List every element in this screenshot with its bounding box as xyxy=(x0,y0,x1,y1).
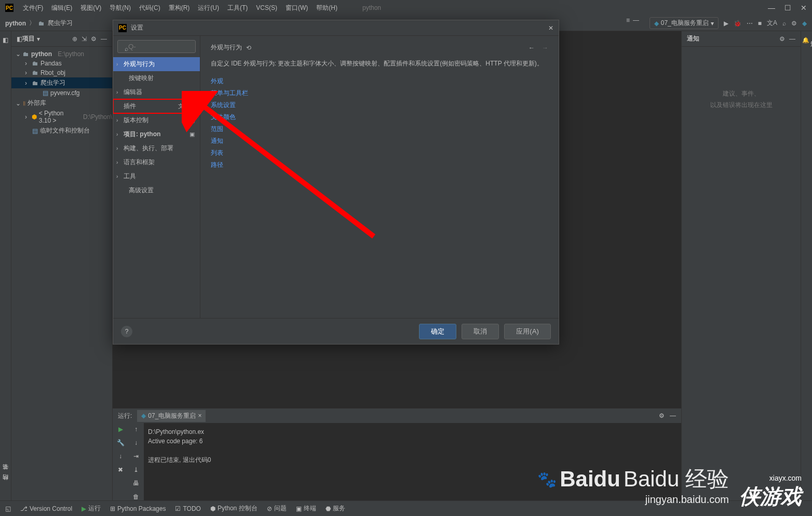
status-services[interactable]: ⬣服务 xyxy=(326,504,345,513)
wrench-icon[interactable]: 🔧 xyxy=(117,439,125,446)
up-icon[interactable]: ↑ xyxy=(134,426,138,433)
back-button[interactable]: ← xyxy=(529,44,535,51)
menu-view[interactable]: 视图(V) xyxy=(76,4,105,12)
maximize-button[interactable]: ☐ xyxy=(784,4,791,12)
stop-button[interactable]: ■ xyxy=(758,20,762,27)
down-icon[interactable]: ↓ xyxy=(134,439,138,446)
translate-icon: 文A xyxy=(178,102,187,110)
menu-vcs[interactable]: VCS(S) xyxy=(252,4,281,11)
settings-icon[interactable]: ⚙ xyxy=(791,20,797,27)
status-packages[interactable]: ⊞Python Packages xyxy=(110,505,166,512)
tree-python-interpreter[interactable]: ›⬢< Python 3.10 > D:\Python\ xyxy=(11,109,112,125)
tree-folder-rbot[interactable]: ›🖿Rbot_obj xyxy=(11,68,112,77)
notification-title: 通知 xyxy=(687,34,699,43)
reset-icon[interactable]: ⟲ xyxy=(246,44,251,51)
todo-icon: ☑ xyxy=(175,505,181,512)
python-icon: ◆ xyxy=(654,20,659,27)
locate-icon[interactable]: 文A xyxy=(767,19,777,28)
collapse-icon[interactable]: ⚙ xyxy=(91,35,97,43)
trash-icon[interactable]: 🗑 xyxy=(133,493,139,500)
status-problems[interactable]: ⊘问题 xyxy=(267,504,287,513)
help-button[interactable]: ? xyxy=(121,326,132,337)
settings-item-plugins[interactable]: 插件 文A▣ xyxy=(113,99,200,113)
settings-icon[interactable]: ⚙ xyxy=(779,35,785,43)
wrap-icon[interactable]: ⇥ xyxy=(133,453,139,460)
status-todo[interactable]: ☑TODO xyxy=(175,505,200,512)
menu-navigate[interactable]: 导航(N) xyxy=(105,4,135,12)
scroll-icon[interactable]: ⤓ xyxy=(133,466,139,473)
project-tab-icon[interactable]: ◧ xyxy=(3,36,8,44)
tool-window-icon[interactable]: ◱ xyxy=(5,505,11,512)
status-console[interactable]: ⬢Python 控制台 xyxy=(210,504,258,513)
settings-search-input[interactable] xyxy=(117,40,196,53)
settings-item-advanced[interactable]: 高级设置 xyxy=(113,183,200,197)
settings-link-list[interactable]: 列表 xyxy=(211,147,548,159)
minimize-button[interactable]: — xyxy=(768,4,775,12)
more-run-icon[interactable]: ⋯ xyxy=(747,20,753,27)
tree-root[interactable]: ⌄🖿 python E:\python xyxy=(11,49,112,59)
settings-item-appearance[interactable]: ›外观与行为 xyxy=(113,57,200,71)
settings-item-keymap[interactable]: 按键映射 xyxy=(113,71,200,85)
tree-folder-crawler[interactable]: ›🖿爬虫学习 xyxy=(11,77,112,88)
menu-window[interactable]: 窗口(W) xyxy=(281,4,312,12)
status-vcs[interactable]: ⎇Version Control xyxy=(20,505,72,512)
status-run[interactable]: ▶运行 xyxy=(82,504,101,513)
ok-button[interactable]: 确定 xyxy=(419,324,456,339)
settings-link-menus[interactable]: 菜单与工具栏 xyxy=(211,87,548,99)
stop-icon[interactable]: ↓ xyxy=(119,453,122,460)
menu-file[interactable]: 文件(F) xyxy=(19,4,47,12)
notifications-tab[interactable]: 🔔 通知 xyxy=(801,31,812,48)
settings-link-path[interactable]: 路径 xyxy=(211,159,548,171)
settings-item-languages[interactable]: ›语言和框架 xyxy=(113,155,200,169)
tab-minimize-icon[interactable]: — xyxy=(633,17,639,24)
menu-help[interactable]: 帮助(H) xyxy=(312,4,342,12)
hide-icon[interactable]: — xyxy=(789,35,795,43)
menu-run[interactable]: 运行(U) xyxy=(194,4,223,12)
breadcrumb-root[interactable]: python xyxy=(5,20,26,27)
sync-icon[interactable]: ◆ xyxy=(802,20,807,27)
run-config-selector[interactable]: ◆ 07_电脑服务重启 ▾ xyxy=(649,17,719,29)
settings-item-vcs[interactable]: ›版本控制▣ xyxy=(113,113,200,127)
tab-list-icon[interactable]: ≡ xyxy=(626,17,630,24)
dialog-title-text: 设置 xyxy=(131,23,143,32)
settings-link-system[interactable]: 系统设置 xyxy=(211,99,548,111)
settings-link-filecolors[interactable]: 文件颜色 xyxy=(211,111,548,123)
forward-button[interactable]: → xyxy=(542,44,548,51)
debug-button[interactable]: 🐞 xyxy=(734,20,741,27)
tree-scratches[interactable]: ▤临时文件和控制台 xyxy=(11,125,112,136)
tree-folder-pandas[interactable]: ›🖿Pandas xyxy=(11,59,112,68)
close-button[interactable]: ✕ xyxy=(801,4,807,12)
search-icon[interactable]: ⌕ xyxy=(782,20,786,27)
menu-code[interactable]: 代码(C) xyxy=(135,4,165,12)
breadcrumb[interactable]: python 〉 🖿 爬虫学习 xyxy=(5,19,73,28)
notification-panel: 通知 ⚙ — 建议、事件、 以及错误将出现在这里 xyxy=(681,31,801,500)
settings-link-notifications[interactable]: 通知 xyxy=(211,135,548,147)
settings-item-editor[interactable]: ›编辑器 xyxy=(113,85,200,99)
apply-button[interactable]: 应用(A) xyxy=(504,324,551,339)
print-icon[interactable]: 🖶 xyxy=(133,480,139,487)
exit-icon[interactable]: ✖ xyxy=(118,466,123,473)
run-output[interactable]: D:\Python\python.ex Active code page: 6 … xyxy=(144,423,681,500)
dialog-close-button[interactable]: ✕ xyxy=(548,24,553,32)
titlebar: PC 文件(F) 编辑(E) 视图(V) 导航(N) 代码(C) 重构(R) 运… xyxy=(0,0,812,16)
locate-icon[interactable]: ⊕ xyxy=(72,35,77,43)
settings-link-appearance[interactable]: 外观 xyxy=(211,75,548,87)
settings-item-tools[interactable]: ›工具 xyxy=(113,169,200,183)
run-button[interactable]: ▶ xyxy=(724,20,728,27)
settings-item-project[interactable]: ›项目: python▣ xyxy=(113,127,200,141)
tree-file-pyvenv[interactable]: ▤pyvenv.cfg xyxy=(11,88,112,98)
expand-icon[interactable]: ⇲ xyxy=(82,35,87,43)
status-terminal[interactable]: ▣终端 xyxy=(296,504,316,513)
hide-icon[interactable]: — xyxy=(101,35,107,43)
menu-tools[interactable]: 工具(T) xyxy=(223,4,252,12)
settings-link-scopes[interactable]: 范围 xyxy=(211,123,548,135)
breadcrumb-item[interactable]: 爬虫学习 xyxy=(48,19,73,28)
rerun-button[interactable]: ▶ xyxy=(118,426,123,433)
settings-item-build[interactable]: ›构建、执行、部署 xyxy=(113,141,200,155)
chevron-down-icon[interactable]: ▾ xyxy=(37,35,40,43)
tree-external-libs[interactable]: ⌄⫴外部库 xyxy=(11,98,112,109)
menu-edit[interactable]: 编辑(E) xyxy=(47,4,76,12)
bell-icon: 🔔 xyxy=(803,36,809,43)
menu-refactor[interactable]: 重构(R) xyxy=(165,4,194,12)
cancel-button[interactable]: 取消 xyxy=(462,324,499,339)
